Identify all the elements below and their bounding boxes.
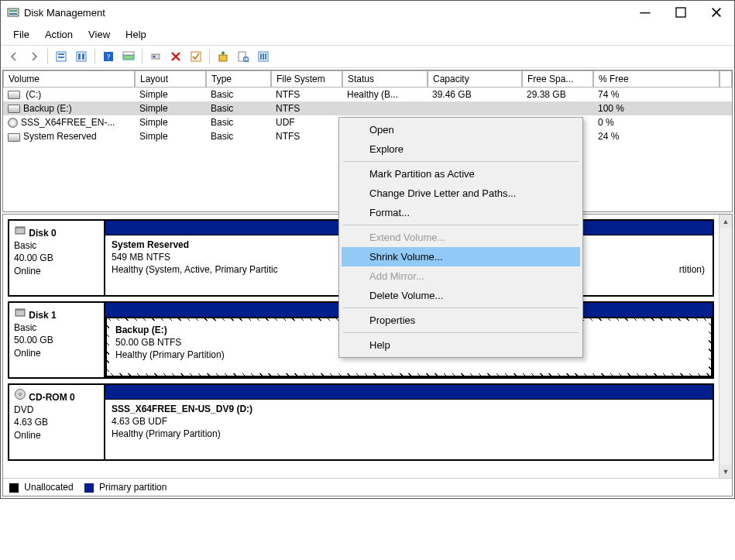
toolbar-check-icon[interactable]	[187, 48, 204, 65]
cell-pctfree: 100 %	[593, 102, 720, 115]
legend-item-primary: Primary partition	[84, 482, 167, 493]
table-row[interactable]: (C:)SimpleBasicNTFSHealthy (B...39.46 GB…	[3, 88, 732, 101]
toolbar-rescan-icon[interactable]	[215, 48, 232, 65]
legend-label: Unallocated	[24, 482, 73, 493]
context-menu-item[interactable]: Change Drive Letter and Paths...	[342, 184, 580, 203]
cell-capacity: 39.46 GB	[428, 88, 522, 101]
cell-volume: System Reserved	[23, 131, 97, 142]
menu-view[interactable]: View	[81, 26, 118, 43]
menu-help[interactable]: Help	[118, 26, 154, 43]
svg-rect-2	[9, 13, 17, 15]
disk-bar	[105, 385, 713, 399]
cell-pctfree: 24 %	[593, 130, 720, 143]
nav-back-button[interactable]	[5, 48, 22, 65]
toolbar-graphic-view-icon[interactable]	[120, 48, 137, 65]
col-filesystem[interactable]: File System	[271, 70, 342, 88]
col-type[interactable]: Type	[206, 70, 271, 88]
cell-fs: NTFS	[271, 130, 342, 143]
context-menu-item[interactable]: Explore	[342, 139, 580, 159]
context-menu-item[interactable]: Properties	[342, 311, 580, 330]
disk-name: CD-ROM 0	[29, 392, 74, 403]
cell-volume: (C:)	[23, 89, 41, 100]
cell-volume: SSS_X64FREE_EN-...	[21, 117, 115, 128]
context-menu-separator	[343, 307, 579, 308]
col-capacity[interactable]: Capacity	[428, 70, 522, 88]
toolbar-help-icon[interactable]: ?	[100, 48, 117, 65]
context-menu-item[interactable]: Open	[342, 120, 580, 139]
disk-slots: SSS_X64FREE_EN-US_DV9 (D:)4.63 GB UDFHea…	[105, 399, 713, 459]
disk-kind: DVD	[14, 404, 99, 416]
svg-rect-17	[191, 52, 201, 61]
context-menu-item[interactable]: Format...	[342, 203, 580, 222]
cell-type: Basic	[206, 130, 271, 143]
toolbar-volume-list-icon[interactable]	[73, 48, 90, 65]
cell-type: Basic	[206, 88, 271, 101]
cell-layout: Simple	[135, 102, 206, 115]
context-menu-separator	[343, 332, 579, 333]
disk-info[interactable]: CD-ROM 0DVD4.63 GBOnline	[9, 385, 105, 459]
legend-label: Primary partition	[99, 482, 167, 493]
toolbar-settings-icon[interactable]	[255, 48, 272, 65]
svg-rect-10	[82, 53, 84, 60]
toolbar-disk-list-icon[interactable]	[53, 48, 70, 65]
table-row[interactable]: Backup (E:)SimpleBasicNTFS100 %	[3, 101, 732, 115]
cell-status	[342, 108, 428, 109]
cell-capacity	[428, 108, 522, 109]
svg-rect-24	[263, 53, 264, 60]
context-menu-item: Add Mirror...	[342, 266, 580, 286]
disk-size: 40.00 GB	[14, 252, 99, 264]
svg-rect-13	[123, 55, 134, 60]
toolbar-delete-icon[interactable]	[167, 48, 184, 65]
disk-info[interactable]: Disk 1Basic50.00 GBOnline	[9, 303, 105, 377]
toolbar-separator	[47, 49, 48, 64]
svg-point-16	[153, 56, 156, 58]
svg-rect-3	[640, 12, 650, 13]
col-free-space[interactable]: Free Spa...	[522, 70, 593, 88]
legend-item-unallocated: Unallocated	[9, 482, 74, 493]
scroll-up-button[interactable]: ▲	[720, 215, 732, 228]
cell-type: Basic	[206, 116, 271, 129]
svg-rect-27	[15, 227, 25, 228]
partition[interactable]: SSS_X64FREE_EN-US_DV9 (D:)4.63 GB UDFHea…	[105, 399, 713, 459]
col-volume[interactable]: Volume	[3, 70, 135, 88]
disk-size: 4.63 GB	[14, 416, 99, 428]
disk-name: Disk 1	[29, 310, 56, 321]
cell-pctfree: 74 %	[593, 88, 720, 101]
cell-layout: Simple	[135, 116, 206, 129]
maximize-button[interactable]	[663, 1, 699, 24]
disk-info[interactable]: Disk 0Basic40.00 GBOnline	[9, 221, 105, 295]
cell-volume: Backup (E:)	[23, 103, 72, 114]
scrollbar-vertical[interactable]: ▲ ▼	[719, 215, 732, 478]
context-menu-item[interactable]: Help	[342, 335, 580, 355]
cell-status: Healthy (B...	[342, 88, 428, 101]
toolbar-refresh-icon[interactable]	[147, 48, 164, 65]
context-menu-item[interactable]: Shrink Volume...	[342, 247, 580, 266]
volume-context-menu[interactable]: OpenExploreMark Partition as ActiveChang…	[338, 117, 583, 358]
col-pct-free[interactable]: % Free	[593, 70, 720, 88]
col-layout[interactable]: Layout	[135, 70, 206, 88]
close-button[interactable]	[699, 1, 734, 24]
menu-file[interactable]: File	[5, 26, 37, 43]
menu-action[interactable]: Action	[37, 26, 81, 43]
svg-rect-14	[123, 52, 134, 55]
svg-line-21	[248, 61, 249, 62]
disk-state: Online	[14, 265, 99, 277]
disk-state: Online	[14, 429, 99, 441]
disk-block: CD-ROM 0DVD4.63 GBOnlineSSS_X64FREE_EN-U…	[8, 383, 714, 461]
svg-rect-1	[9, 10, 17, 12]
drive-icon	[8, 133, 20, 142]
context-menu-item: Extend Volume...	[342, 228, 580, 247]
minimize-button[interactable]	[627, 1, 663, 24]
svg-rect-29	[15, 309, 25, 311]
context-menu-item[interactable]: Delete Volume...	[342, 286, 580, 305]
col-status[interactable]: Status	[342, 70, 428, 88]
toolbar-properties-icon[interactable]	[235, 48, 252, 65]
toolbar-separator	[209, 49, 210, 64]
legend: Unallocated Primary partition	[3, 478, 732, 496]
toolbar: ?	[1, 45, 734, 68]
nav-forward-button[interactable]	[26, 48, 43, 65]
svg-point-31	[19, 393, 22, 396]
context-menu-item[interactable]: Mark Partition as Active	[342, 164, 580, 184]
scroll-down-button[interactable]: ▼	[720, 465, 732, 478]
cell-fs: UDF	[271, 116, 342, 129]
